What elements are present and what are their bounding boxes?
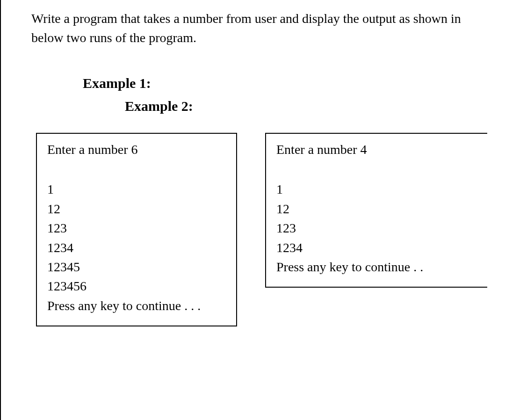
examples-header: Example 1: Example 2: [1,75,505,114]
console-output-line: 12 [47,199,226,218]
console-output-line: 123 [276,218,487,238]
console-output-line: 1234 [47,238,226,257]
console-press-any-key: Press any key to continue . . [276,257,487,276]
console-box-example1: Enter a number 6 1 12 123 1234 12345 123… [36,133,237,326]
console-press-any-key: Press any key to continue . . . [47,296,226,315]
console-output-line: 123 [47,218,226,238]
console-input-line: Enter a number 4 [276,142,487,157]
console-boxes-row: Enter a number 6 1 12 123 1234 12345 123… [1,133,505,326]
console-output-line: 12 [276,199,487,218]
example1-label: Example 1: [1,75,505,91]
console-output-line: 1234 [276,238,487,257]
console-output-line: 1 [276,180,487,199]
problem-description: Write a program that takes a number from… [1,9,505,47]
console-output-line: 123456 [47,276,226,296]
console-input-line: Enter a number 6 [47,142,226,157]
console-output-line: 1 [47,180,226,199]
example2-label: Example 2: [1,98,505,114]
console-output-line: 12345 [47,257,226,276]
console-box-example2: Enter a number 4 1 12 123 1234 Press any… [265,133,487,288]
